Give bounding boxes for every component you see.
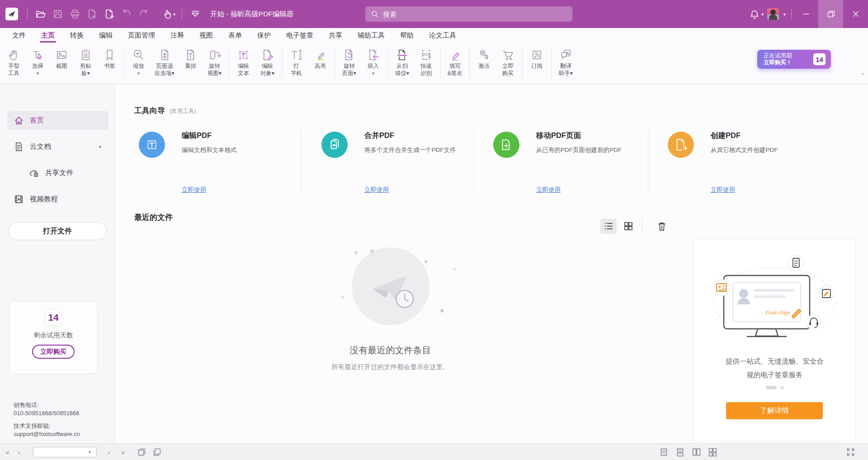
tool-activate[interactable]: 激活 bbox=[472, 46, 496, 78]
notification-caret-icon[interactable]: ▾ bbox=[761, 12, 764, 17]
menu-share[interactable]: 共享 bbox=[321, 28, 350, 43]
previous-view-button[interactable] bbox=[136, 446, 147, 458]
first-page-button[interactable]: « bbox=[5, 444, 9, 460]
hand-icon bbox=[7, 47, 21, 62]
menu-esign[interactable]: 电子签章 bbox=[278, 28, 321, 43]
sidebar-item-video-tutorials[interactable]: 视频教程 bbox=[7, 190, 108, 209]
menu-protect[interactable]: 保护 bbox=[250, 28, 278, 43]
tool-select[interactable]: 选择▾ bbox=[26, 46, 50, 78]
fullscreen-button[interactable] bbox=[844, 446, 856, 458]
menu-convert[interactable]: 转换 bbox=[62, 28, 91, 43]
last-page-button[interactable]: » bbox=[121, 444, 125, 460]
minimize-button[interactable] bbox=[793, 0, 818, 28]
continuous-view-button[interactable] bbox=[674, 446, 686, 458]
cart-icon bbox=[501, 47, 515, 62]
menu-edit[interactable]: 编辑 bbox=[91, 28, 120, 43]
tool-zoom[interactable]: 缩放▾ bbox=[127, 46, 151, 78]
delete-page-icon[interactable] bbox=[84, 5, 101, 23]
tool-rotate-pages[interactable]: 旋转页面▾ bbox=[337, 46, 361, 78]
undo-icon[interactable] bbox=[118, 5, 135, 23]
tool-hand[interactable]: 手型工具 bbox=[2, 46, 26, 78]
empty-title: 没有最近的文件条目 bbox=[116, 344, 665, 356]
search-input[interactable] bbox=[383, 10, 555, 18]
menu-paper-tools[interactable]: 论文工具 bbox=[421, 28, 464, 43]
page-dropdown-caret-icon[interactable]: ▼ bbox=[88, 450, 92, 455]
page-number-box[interactable]: ▼ bbox=[33, 447, 97, 457]
tool-reflow[interactable]: 重排 bbox=[179, 46, 203, 78]
ribbon-collapse-icon[interactable]: ⌃ bbox=[861, 72, 865, 79]
menu-file[interactable]: 文件 bbox=[5, 28, 33, 43]
tool-quick-ocr[interactable]: OCR 快速识别 bbox=[414, 46, 438, 78]
sidebar-item-home[interactable]: 首页 bbox=[7, 111, 108, 130]
sparkle-dot bbox=[425, 260, 428, 263]
trial-banner[interactable]: 正在试用期 立即购买！ 14 bbox=[757, 50, 831, 69]
carousel-dot[interactable] bbox=[780, 386, 784, 389]
shared-files-icon bbox=[29, 168, 39, 178]
menu-accessibility[interactable]: 辅助工具 bbox=[350, 28, 392, 43]
previous-page-button[interactable]: ‹ bbox=[18, 444, 20, 460]
use-now-link[interactable]: 立即使用 bbox=[536, 186, 561, 194]
tool-snapshot[interactable]: 截图 bbox=[50, 46, 74, 78]
clear-recent-button[interactable] bbox=[654, 218, 670, 234]
collapse-toolbar-icon[interactable] bbox=[187, 5, 204, 23]
carousel-dots[interactable] bbox=[693, 386, 856, 389]
tool-bookmark[interactable]: 书签 bbox=[98, 46, 122, 78]
page-number-input[interactable] bbox=[33, 448, 87, 456]
account-caret-icon[interactable]: ▾ bbox=[783, 12, 786, 17]
create-page-icon[interactable] bbox=[101, 5, 118, 23]
redo-icon[interactable] bbox=[135, 5, 152, 23]
menu-view[interactable]: 视图 bbox=[192, 28, 221, 43]
next-view-button[interactable] bbox=[151, 446, 163, 458]
list-view-button[interactable] bbox=[600, 218, 617, 234]
menu-help[interactable]: 帮助 bbox=[392, 28, 421, 43]
menu-form[interactable]: 表单 bbox=[221, 28, 250, 43]
facing-continuous-view-button[interactable] bbox=[707, 446, 718, 458]
tool-subscribe[interactable]: 订阅 bbox=[525, 46, 549, 78]
open-file-button[interactable]: 打开文件 bbox=[8, 222, 107, 240]
tool-edit-text[interactable]: 编辑文本 bbox=[231, 46, 255, 78]
use-now-link[interactable]: 立即使用 bbox=[182, 186, 206, 194]
tool-wizard-subtitle: (常用工具) bbox=[170, 108, 196, 114]
tool-buy-now[interactable]: 立即购买 bbox=[496, 46, 520, 78]
tool-insert-pages[interactable]: 插入▾ bbox=[361, 46, 385, 78]
menu-page-management[interactable]: 页面管理 bbox=[120, 28, 163, 43]
reflow-icon bbox=[184, 47, 198, 62]
next-page-button[interactable]: › bbox=[108, 444, 110, 460]
sidebar-item-shared-files[interactable]: 共享文件 bbox=[7, 163, 108, 182]
tool-typewriter[interactable]: 打字机 bbox=[284, 46, 308, 78]
cloud-docs-caret-icon[interactable]: ▾ bbox=[99, 144, 101, 149]
tool-highlight[interactable]: 高亮 bbox=[308, 46, 332, 78]
tool-fit-page[interactable]: 页面适应选项▾ bbox=[151, 46, 179, 78]
edit-text-icon bbox=[236, 47, 250, 62]
tool-rotate-view[interactable]: 旋转视图▾ bbox=[203, 46, 226, 78]
tool-translate-assistant[interactable]: A 翻译助手▾ bbox=[554, 46, 578, 78]
tool-from-scanner[interactable]: 从扫描仪▾ bbox=[390, 46, 414, 78]
print-icon[interactable] bbox=[66, 5, 84, 23]
card-merge-pdf: 合并PDF 将多个文件合并生成一个PDF文件 立即使用 bbox=[317, 128, 471, 196]
tool-edit-object[interactable]: 编辑对象▾ bbox=[255, 46, 279, 78]
single-page-view-button[interactable] bbox=[658, 446, 670, 458]
menu-comment[interactable]: 注释 bbox=[163, 28, 192, 43]
tool-fill-sign[interactable]: 填写&签名 bbox=[443, 46, 467, 78]
sidebar-item-cloud-docs[interactable]: 云文档 ▾ bbox=[7, 137, 108, 156]
grid-view-button[interactable] bbox=[620, 218, 637, 234]
save-icon[interactable] bbox=[49, 5, 66, 23]
tool-clipboard[interactable]: 剪贴板▾ bbox=[74, 46, 98, 78]
close-button[interactable] bbox=[843, 0, 868, 28]
support-email-value[interactable]: support@foxitsoftware.cn bbox=[14, 430, 80, 438]
buy-now-button[interactable]: 立即购买 bbox=[32, 345, 75, 359]
facing-view-button[interactable] bbox=[690, 446, 702, 458]
notification-bell-icon[interactable] bbox=[748, 5, 761, 23]
restore-button[interactable] bbox=[818, 0, 843, 28]
touch-mode-caret-icon[interactable]: ▾ bbox=[173, 12, 175, 17]
search-box[interactable] bbox=[365, 6, 572, 22]
open-file-icon[interactable] bbox=[32, 5, 49, 23]
use-now-link[interactable]: 立即使用 bbox=[364, 186, 389, 194]
use-now-link[interactable]: 立即使用 bbox=[711, 186, 735, 194]
user-avatar[interactable] bbox=[767, 8, 779, 20]
learn-more-button[interactable]: 了解详情 bbox=[726, 402, 823, 419]
carousel-dot-active[interactable] bbox=[766, 386, 777, 389]
fill-sign-icon bbox=[448, 47, 462, 62]
menu-home[interactable]: 主页 bbox=[33, 28, 62, 43]
insert-page-icon bbox=[366, 47, 380, 62]
